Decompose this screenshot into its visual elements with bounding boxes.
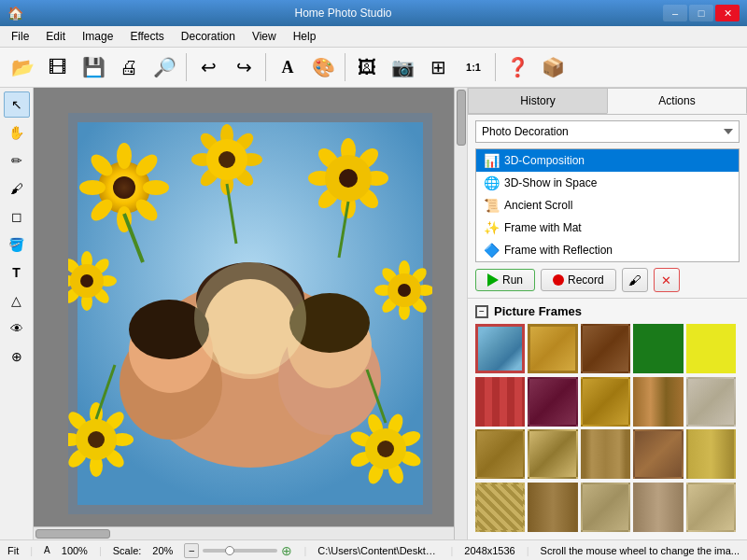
palette-button[interactable]: 🎨	[306, 50, 340, 84]
zoom-plus-button[interactable]: ⊕	[281, 543, 292, 558]
category-dropdown[interactable]: Photo DecorationBasicEnhanceFiltersFrame…	[475, 120, 740, 143]
tool-eye[interactable]: 👁	[4, 315, 30, 342]
hand-icon: ✋	[8, 125, 24, 140]
window-title: Home Photo Studio	[23, 7, 663, 20]
zoom-label: 100%	[62, 545, 88, 556]
canvas-scrollbar-horizontal[interactable]	[34, 526, 454, 539]
frame-thumb-8[interactable]	[633, 377, 683, 427]
toolbar-sep-4	[495, 53, 496, 81]
frame-thumb-14[interactable]	[686, 429, 736, 479]
delete-icon: ✕	[661, 273, 671, 287]
undo-button[interactable]: ↩	[191, 50, 225, 84]
palette-icon: 🎨	[312, 56, 335, 78]
open-button[interactable]: 📂	[6, 50, 39, 84]
redo-button[interactable]: ↪	[227, 50, 261, 84]
menu-file[interactable]: File	[4, 28, 36, 45]
menu-image[interactable]: Image	[75, 28, 120, 45]
film-button[interactable]: 🎞	[41, 50, 75, 84]
tool-pencil[interactable]: ✏	[4, 147, 30, 174]
print-icon: 🖨	[120, 57, 138, 78]
record-button[interactable]: Record	[541, 269, 616, 291]
zoom100-button[interactable]: 1:1	[457, 50, 490, 84]
cube-icon: 📦	[542, 56, 565, 78]
frame-thumb-2[interactable]	[581, 324, 630, 373]
tab-history[interactable]: History	[468, 88, 607, 114]
photo2-button[interactable]: 📷	[386, 50, 419, 84]
toolbar-sep-1	[186, 53, 187, 81]
zoom-thumb[interactable]	[225, 546, 234, 555]
frames-grid	[475, 324, 740, 532]
svg-point-42	[339, 169, 358, 188]
run-button[interactable]: Run	[475, 269, 535, 291]
frame-thumb-9[interactable]	[686, 377, 736, 427]
title-bar: 🏠 Home Photo Studio – □ ✕	[0, 0, 747, 26]
frame-thumb-18[interactable]	[633, 483, 683, 532]
frame-thumb-17[interactable]	[581, 483, 630, 532]
delete-action-button[interactable]: ✕	[654, 268, 680, 292]
menu-decoration[interactable]: Decoration	[174, 28, 243, 45]
vertical-scroll-thumb[interactable]	[457, 90, 466, 146]
crop-button[interactable]: ⊞	[421, 50, 455, 84]
canvas-scrollbar-vertical[interactable]	[454, 88, 467, 539]
toolbar: 📂 🎞 💾 🖨 🔎 ↩ ↪ A 🎨 🖼 📷 ⊞ 1:1 ❓ 📦	[0, 48, 747, 88]
minimize-button[interactable]: –	[663, 5, 687, 21]
zoom-minus-button[interactable]: –	[184, 543, 199, 558]
frame-thumb-15[interactable]	[475, 483, 525, 532]
text-button[interactable]: A	[271, 50, 304, 84]
horizontal-scroll-thumb[interactable]	[35, 529, 110, 539]
tool-shape[interactable]: △	[4, 287, 30, 314]
frame-thumb-12[interactable]	[581, 429, 630, 479]
frame-thumb-0[interactable]	[475, 324, 525, 373]
frame-thumb-5[interactable]	[475, 377, 525, 427]
frames-collapse-icon[interactable]: −	[475, 305, 488, 318]
frame-thumb-7[interactable]	[581, 377, 630, 427]
pencil-icon: ✏	[11, 153, 22, 168]
svg-point-21	[79, 180, 106, 195]
record-label: Record	[568, 273, 604, 287]
action-item-2[interactable]: 📜 Ancient Scroll	[476, 194, 739, 217]
maximize-button[interactable]: □	[689, 5, 713, 21]
tool-arrow[interactable]: ↖	[4, 91, 30, 118]
photo1-button[interactable]: 🖼	[350, 50, 384, 84]
cube-button[interactable]: 📦	[536, 50, 570, 84]
action-icon-3: ✨	[484, 220, 499, 235]
frame-thumb-10[interactable]	[475, 429, 525, 479]
action-item-3[interactable]: ✨ Frame with Mat	[476, 217, 739, 239]
frame-thumb-6[interactable]	[528, 377, 577, 427]
menu-view[interactable]: View	[245, 28, 284, 45]
frame-thumb-11[interactable]	[528, 429, 577, 479]
tool-eraser[interactable]: ◻	[4, 203, 30, 230]
action-item-4[interactable]: 🔷 Frame with Reflection	[476, 239, 739, 261]
menu-effects[interactable]: Effects	[122, 28, 171, 45]
text-icon: A	[282, 58, 294, 77]
frame-thumb-3[interactable]	[633, 324, 683, 373]
frame-thumb-16[interactable]	[528, 483, 577, 532]
frame-thumb-4[interactable]	[686, 324, 736, 373]
right-panel: History Actions Photo DecorationBasicEnh…	[467, 88, 747, 539]
menu-edit[interactable]: Edit	[38, 28, 73, 45]
frame-thumb-19[interactable]	[686, 483, 736, 532]
tab-actions[interactable]: Actions	[607, 88, 747, 114]
edit-action-button[interactable]: 🖌	[622, 268, 648, 292]
fill-icon: 🪣	[8, 237, 24, 252]
menu-help[interactable]: Help	[286, 28, 324, 45]
frame-thumb-13[interactable]	[633, 429, 683, 479]
magnify-button[interactable]: 🔎	[148, 50, 181, 84]
toolbar-sep-2	[265, 53, 266, 81]
tool-fill[interactable]: 🪣	[4, 231, 30, 258]
save-button[interactable]: 💾	[77, 50, 110, 84]
shape-icon: △	[11, 293, 21, 308]
frame-thumb-1[interactable]	[528, 324, 577, 373]
tool-hand[interactable]: ✋	[4, 119, 30, 146]
tool-brush[interactable]: 🖌	[4, 175, 30, 202]
close-button[interactable]: ✕	[715, 5, 740, 21]
tool-text[interactable]: T	[4, 259, 30, 286]
action-item-1[interactable]: 🌐 3D-Show in Space	[476, 172, 739, 194]
help-button[interactable]: ❓	[500, 50, 534, 84]
action-buttons: Run Record 🖌 ✕	[468, 262, 747, 298]
print-button[interactable]: 🖨	[112, 50, 146, 84]
tool-layers[interactable]: ⊕	[4, 343, 30, 370]
zoom-slider[interactable]	[203, 549, 277, 553]
file-path: C:\Users\Content\Desktop\Happy Mother's …	[317, 545, 439, 556]
action-item-0[interactable]: 📊 3D-Composition	[476, 149, 739, 172]
